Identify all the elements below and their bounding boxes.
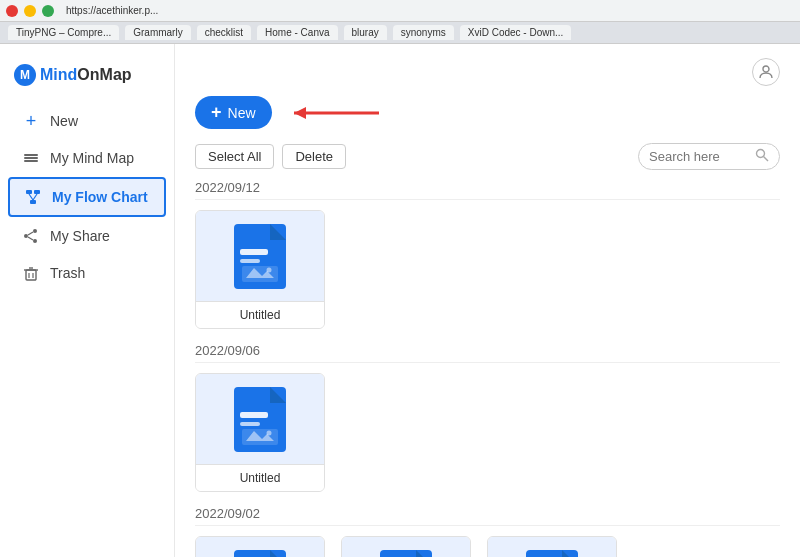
logo-icon: M	[14, 64, 36, 86]
file-icon-svg	[526, 550, 578, 558]
file-card-thumb	[196, 211, 324, 301]
file-card[interactable]	[341, 536, 471, 557]
svg-rect-0	[24, 154, 38, 156]
svg-rect-26	[240, 259, 260, 263]
tab-tinypng[interactable]: TinyPNG – Compre...	[8, 25, 119, 40]
browser-maximize-icon[interactable]	[42, 5, 54, 17]
tab-bar: TinyPNG – Compre... Grammarly checklist …	[0, 22, 800, 44]
flow-chart-icon	[24, 188, 42, 206]
file-card[interactable]	[487, 536, 617, 557]
svg-point-8	[33, 229, 37, 233]
file-card-thumb	[488, 537, 616, 557]
share-icon	[22, 227, 40, 245]
sidebar-item-my-share[interactable]: My Share	[8, 218, 166, 254]
svg-rect-3	[26, 190, 32, 194]
trash-icon	[22, 264, 40, 282]
file-icon-svg	[234, 387, 286, 452]
file-card-name: Untitled	[196, 464, 324, 491]
svg-point-10	[33, 239, 37, 243]
svg-point-21	[757, 150, 765, 158]
search-input[interactable]	[649, 149, 749, 164]
sidebar: M MindOnMap + New My Mind Map	[0, 44, 175, 557]
new-button-area: + New	[195, 96, 780, 129]
file-card[interactable]	[195, 536, 325, 557]
svg-point-18	[763, 66, 769, 72]
tab-xvid[interactable]: XviD Codec - Down...	[460, 25, 572, 40]
browser-minimize-icon[interactable]	[24, 5, 36, 17]
sidebar-item-my-flow-chart-label: My Flow Chart	[52, 189, 148, 205]
svg-point-34	[267, 430, 272, 435]
top-bar	[195, 58, 780, 86]
svg-rect-47	[526, 550, 578, 558]
date-section-1: 2022/09/12	[195, 180, 780, 329]
svg-line-11	[28, 232, 33, 235]
file-card[interactable]: Untitled	[195, 210, 325, 329]
svg-rect-4	[34, 190, 40, 194]
file-card-thumb	[196, 374, 324, 464]
svg-point-28	[267, 267, 272, 272]
cards-grid-2: Untitled	[195, 373, 780, 492]
date-section-3: 2022/09/02	[195, 506, 780, 557]
sidebar-item-my-share-label: My Share	[50, 228, 110, 244]
sidebar-item-trash-label: Trash	[50, 265, 85, 281]
app-container: M MindOnMap + New My Mind Map	[0, 44, 800, 557]
browser-bar: https://acethinker.p...	[0, 0, 800, 22]
svg-line-22	[764, 157, 769, 162]
svg-rect-13	[26, 270, 36, 280]
arrow-annotation	[284, 101, 384, 125]
file-icon-svg	[234, 550, 286, 558]
plus-icon: +	[22, 112, 40, 130]
file-card[interactable]: Untitled	[195, 373, 325, 492]
tab-bluray[interactable]: bluray	[344, 25, 387, 40]
logo-text: MindOnMap	[40, 66, 132, 84]
date-label-3: 2022/09/02	[195, 506, 780, 526]
logo-text-blue: Mind	[40, 66, 77, 83]
file-card-thumb	[342, 537, 470, 557]
sidebar-item-new[interactable]: + New	[8, 103, 166, 139]
tab-grammarly[interactable]: Grammarly	[125, 25, 190, 40]
svg-line-6	[29, 194, 33, 200]
logo-text-dark: OnMap	[77, 66, 131, 83]
tab-canva[interactable]: Home - Canva	[257, 25, 337, 40]
toolbar-left: Select All Delete	[195, 144, 346, 169]
search-box[interactable]	[638, 143, 780, 170]
file-card-thumb	[196, 537, 324, 557]
delete-button[interactable]: Delete	[282, 144, 346, 169]
logo-area: M MindOnMap	[0, 56, 174, 102]
browser-url: https://acethinker.p...	[66, 5, 158, 16]
mind-map-icon	[22, 149, 40, 167]
tab-synonyms[interactable]: synonyms	[393, 25, 454, 40]
svg-marker-20	[294, 107, 306, 119]
sidebar-item-my-mind-map[interactable]: My Mind Map	[8, 140, 166, 176]
file-card-name: Untitled	[196, 301, 324, 328]
select-all-button[interactable]: Select All	[195, 144, 274, 169]
user-avatar[interactable]	[752, 58, 780, 86]
svg-rect-2	[24, 160, 38, 162]
cards-grid-1: Untitled	[195, 210, 780, 329]
svg-line-7	[33, 194, 37, 200]
new-plus-icon: +	[211, 102, 222, 123]
svg-rect-5	[30, 200, 36, 204]
svg-rect-31	[240, 412, 268, 418]
svg-rect-32	[240, 422, 260, 426]
sidebar-item-trash[interactable]: Trash	[8, 255, 166, 291]
date-section-2: 2022/09/06 Untitled	[195, 343, 780, 492]
file-icon-svg	[234, 224, 286, 289]
date-label-1: 2022/09/12	[195, 180, 780, 200]
svg-rect-35	[234, 550, 286, 558]
main-content: + New Select All Delete	[175, 44, 800, 557]
toolbar: Select All Delete	[195, 143, 780, 170]
svg-point-9	[24, 234, 28, 238]
browser-close-icon[interactable]	[6, 5, 18, 17]
date-label-2: 2022/09/06	[195, 343, 780, 363]
new-button[interactable]: + New	[195, 96, 272, 129]
tab-checklist[interactable]: checklist	[197, 25, 251, 40]
search-icon	[755, 148, 769, 165]
new-button-label: New	[228, 105, 256, 121]
svg-line-12	[28, 237, 33, 240]
svg-rect-41	[380, 550, 432, 558]
svg-rect-25	[240, 249, 268, 255]
svg-rect-1	[24, 157, 38, 159]
sidebar-item-my-flow-chart[interactable]: My Flow Chart	[8, 177, 166, 217]
sidebar-item-new-label: New	[50, 113, 78, 129]
